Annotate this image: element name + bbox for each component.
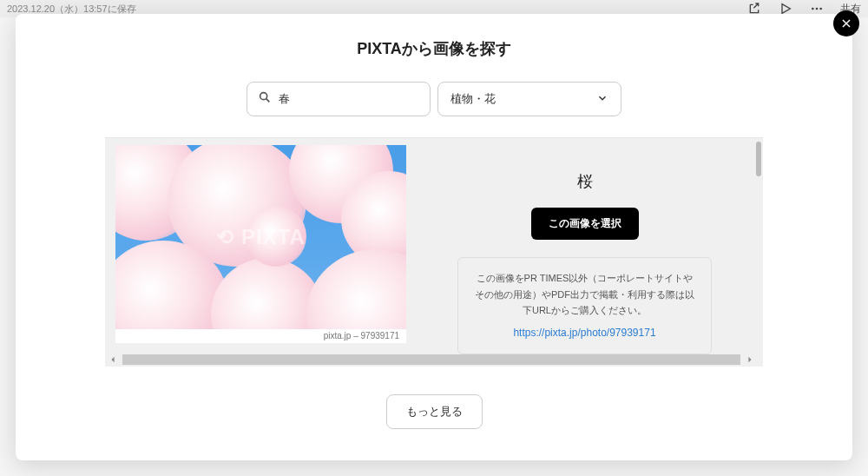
close-button[interactable]	[833, 10, 859, 36]
vertical-scroll-thumb[interactable]	[756, 142, 761, 176]
modal-title: PIXTAから画像を探す	[357, 38, 511, 59]
search-input[interactable]	[279, 93, 424, 106]
svg-point-0	[812, 8, 814, 10]
select-image-button[interactable]: この画像を選択	[531, 208, 639, 240]
image-search-modal: PIXTAから画像を探す 植物・花	[16, 14, 852, 460]
image-preview[interactable]: ⟲ PIXTA pixta.jp – 97939171	[115, 145, 406, 343]
scroll-left-icon[interactable]	[108, 355, 117, 364]
horizontal-scroll-track[interactable]	[122, 354, 740, 365]
purchase-link[interactable]: https://pixta.jp/photo/97939171	[472, 324, 697, 341]
image-thumbnail: ⟲ PIXTA	[115, 145, 406, 329]
category-select[interactable]: 植物・花	[437, 82, 621, 116]
purchase-note: この画像をPR TIMES以外（コーポレートサイトやその他の用途）やPDF出力で…	[457, 257, 712, 354]
svg-point-3	[260, 93, 267, 100]
horizontal-scrollbar[interactable]	[108, 354, 754, 365]
search-icon	[258, 90, 272, 108]
svg-point-2	[819, 8, 822, 10]
result-panel: ⟲ PIXTA pixta.jp – 97939171 桜 この画像を選択 この…	[105, 137, 763, 367]
scroll-right-icon[interactable]	[746, 355, 754, 364]
image-title: 桜	[577, 171, 593, 192]
svg-point-1	[816, 8, 819, 10]
load-more-button[interactable]: もっと見る	[386, 394, 483, 429]
search-box[interactable]	[247, 82, 431, 116]
category-value: 植物・花	[450, 91, 496, 107]
chevron-down-icon	[596, 92, 608, 107]
image-detail: 桜 この画像を選択 この画像をPR TIMES以外（コーポレートサイトやその他の…	[406, 138, 763, 367]
vertical-scrollbar[interactable]	[754, 138, 763, 354]
image-caption: pixta.jp – 97939171	[115, 331, 406, 343]
watermark: ⟲ PIXTA	[216, 225, 306, 249]
search-controls: 植物・花	[247, 82, 621, 116]
note-text: この画像をPR TIMES以外（コーポレートサイトやその他の用途）やPDF出力で…	[475, 273, 694, 315]
